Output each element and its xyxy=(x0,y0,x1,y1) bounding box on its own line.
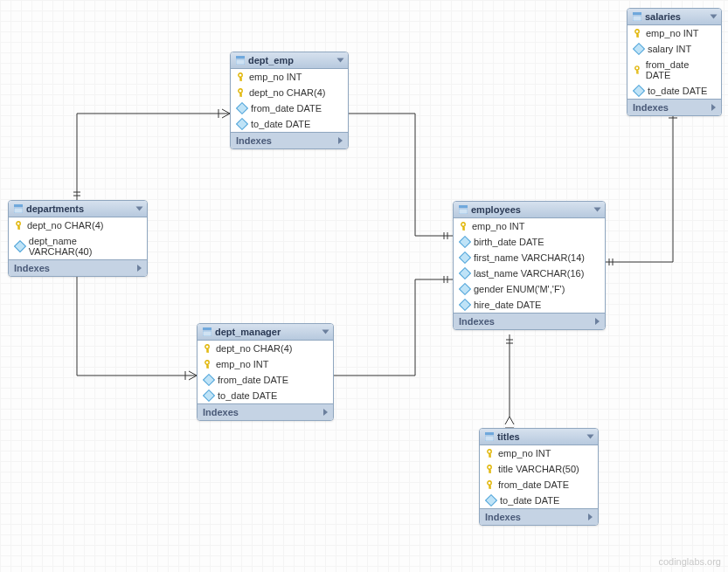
svg-point-16 xyxy=(635,30,639,33)
column[interactable]: emp_no INT xyxy=(454,218,605,234)
column-text: dept_no CHAR(4) xyxy=(216,343,292,354)
collapse-icon[interactable] xyxy=(711,15,718,19)
column[interactable]: emp_no INT xyxy=(231,69,348,85)
indexes-row[interactable]: Indexes xyxy=(9,259,147,276)
column[interactable]: to_date DATE xyxy=(480,493,598,508)
column-text: gender ENUM('M','F') xyxy=(474,284,565,294)
column-text: from_date DATE xyxy=(646,59,714,80)
column[interactable]: dept_name VARCHAR(40) xyxy=(9,233,147,259)
table-columns: emp_no INTdept_no CHAR(4)from_date DATEt… xyxy=(231,69,348,132)
collapse-icon[interactable] xyxy=(322,330,329,334)
expand-icon xyxy=(595,318,600,325)
table-dept-manager[interactable]: dept_manager dept_no CHAR(4)emp_no INTfr… xyxy=(197,323,334,421)
table-header[interactable]: dept_manager xyxy=(198,324,333,341)
table-icon xyxy=(459,205,468,214)
table-title: salaries xyxy=(645,11,681,22)
indexes-label: Indexes xyxy=(633,102,669,113)
table-title: employees xyxy=(471,204,521,215)
diamond-icon xyxy=(203,374,215,386)
column-text: emp_no INT xyxy=(646,28,699,38)
table-columns: emp_no INTbirth_date DATEfirst_name VARC… xyxy=(454,218,605,313)
watermark: codinglabs.org xyxy=(658,556,721,567)
indexes-row[interactable]: Indexes xyxy=(480,508,598,525)
column[interactable]: dept_no CHAR(4) xyxy=(9,217,147,233)
column[interactable]: hire_date DATE xyxy=(454,297,605,313)
svg-rect-15 xyxy=(633,16,641,21)
column[interactable]: last_name VARCHAR(16) xyxy=(454,265,605,281)
column-text: emp_no INT xyxy=(216,359,269,369)
svg-point-9 xyxy=(205,345,209,348)
collapse-icon[interactable] xyxy=(337,59,344,63)
svg-rect-12 xyxy=(459,209,468,214)
collapse-icon[interactable] xyxy=(136,207,143,211)
expand-icon xyxy=(588,513,593,520)
column-text: emp_no INT xyxy=(472,221,525,231)
collapse-icon[interactable] xyxy=(594,208,601,212)
svg-point-10 xyxy=(205,361,209,364)
diamond-icon xyxy=(459,252,471,264)
column[interactable]: gender ENUM('M','F') xyxy=(454,281,605,297)
column[interactable]: from_date DATE xyxy=(198,372,333,388)
table-header[interactable]: titles xyxy=(480,429,598,445)
svg-rect-0 xyxy=(14,204,23,207)
table-title: dept_emp xyxy=(248,55,294,65)
indexes-label: Indexes xyxy=(459,316,495,327)
column[interactable]: emp_no INT xyxy=(627,25,721,41)
column-text: to_date DATE xyxy=(648,86,707,96)
column[interactable]: from_date DATE xyxy=(231,100,348,116)
column-text: to_date DATE xyxy=(251,119,310,129)
diamond-icon xyxy=(485,494,497,507)
table-header[interactable]: salaries xyxy=(627,9,721,25)
indexes-row[interactable]: Indexes xyxy=(627,99,721,115)
column-text: hire_date DATE xyxy=(474,300,541,310)
table-header[interactable]: employees xyxy=(454,202,605,218)
table-employees[interactable]: employees emp_no INTbirth_date DATEfirst… xyxy=(453,201,606,330)
column[interactable]: first_name VARCHAR(14) xyxy=(454,250,605,265)
table-columns: dept_no CHAR(4)emp_no INTfrom_date DATEt… xyxy=(198,341,333,403)
column-text: to_date DATE xyxy=(500,495,559,506)
indexes-row[interactable]: Indexes xyxy=(454,313,605,329)
column[interactable]: dept_no CHAR(4) xyxy=(231,85,348,100)
table-columns: emp_no INTsalary INTfrom_date DATEto_dat… xyxy=(627,25,721,99)
table-dept-emp[interactable]: dept_emp emp_no INTdept_no CHAR(4)from_d… xyxy=(230,52,349,149)
table-icon xyxy=(203,327,211,336)
column-text: from_date DATE xyxy=(218,375,288,385)
column-text: dept_no CHAR(4) xyxy=(27,220,103,231)
diamond-icon xyxy=(236,102,248,114)
expand-icon xyxy=(137,265,142,272)
table-departments[interactable]: departments dept_no CHAR(4)dept_name VAR… xyxy=(8,200,148,277)
column-text: birth_date DATE xyxy=(474,237,544,247)
column[interactable]: to_date DATE xyxy=(627,83,721,99)
collapse-icon[interactable] xyxy=(587,435,594,439)
column[interactable]: emp_no INT xyxy=(480,445,598,461)
svg-point-22 xyxy=(488,481,491,485)
svg-rect-8 xyxy=(203,331,211,336)
svg-point-2 xyxy=(17,222,20,225)
diamond-icon xyxy=(459,299,471,311)
svg-point-6 xyxy=(239,89,242,93)
column[interactable]: from_date DATE xyxy=(627,57,721,83)
svg-rect-11 xyxy=(459,205,468,208)
table-icon xyxy=(236,56,245,65)
column[interactable]: from_date DATE xyxy=(480,477,598,493)
column-text: salary INT xyxy=(648,44,691,54)
indexes-row[interactable]: Indexes xyxy=(198,403,333,420)
table-titles[interactable]: titles emp_no INTtitle VARCHAR(50)from_d… xyxy=(479,428,599,526)
column[interactable]: dept_no CHAR(4) xyxy=(198,341,333,356)
column[interactable]: birth_date DATE xyxy=(454,234,605,250)
indexes-label: Indexes xyxy=(14,263,50,273)
svg-rect-18 xyxy=(485,432,494,435)
column[interactable]: emp_no INT xyxy=(198,356,333,372)
table-header[interactable]: dept_emp xyxy=(231,52,348,69)
column[interactable]: to_date DATE xyxy=(198,388,333,403)
column[interactable]: to_date DATE xyxy=(231,116,348,132)
diamond-icon xyxy=(203,389,215,402)
table-header[interactable]: departments xyxy=(9,201,147,217)
erd-connectors xyxy=(0,0,728,572)
table-salaries[interactable]: salaries emp_no INTsalary INTfrom_date D… xyxy=(627,8,722,116)
indexes-row[interactable]: Indexes xyxy=(231,132,348,148)
column[interactable]: salary INT xyxy=(627,41,721,57)
column-text: emp_no INT xyxy=(249,72,302,82)
column[interactable]: title VARCHAR(50) xyxy=(480,461,598,477)
column-text: to_date DATE xyxy=(218,390,277,401)
